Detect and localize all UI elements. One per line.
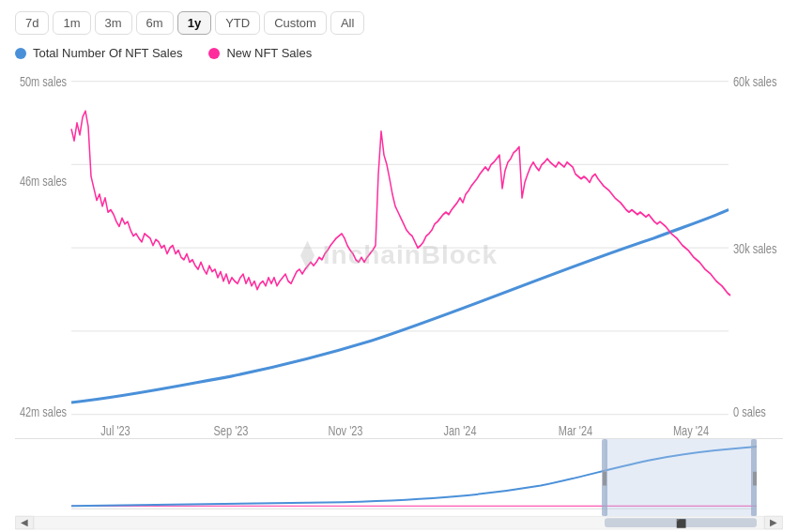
legend-new-sales: New NFT Sales: [208, 46, 312, 60]
legend-total-sales: Total Number Of NFT Sales: [15, 46, 182, 60]
btn-custom[interactable]: Custom: [264, 11, 327, 35]
chart-legend: Total Number Of NFT Sales New NFT Sales: [15, 46, 783, 60]
btn-ytd[interactable]: YTD: [215, 11, 260, 35]
legend-label-new: New NFT Sales: [226, 46, 312, 60]
svg-text:Mar '24: Mar '24: [559, 424, 592, 438]
btn-all[interactable]: All: [330, 11, 364, 35]
svg-rect-20: [605, 439, 757, 516]
btn-3m[interactable]: 3m: [95, 11, 132, 35]
svg-text:42m sales: 42m sales: [20, 405, 67, 420]
main-chart: ⧫ InchainBlock 50m sales 46m sales 42m s…: [15, 69, 783, 438]
svg-text:Jan '24: Jan '24: [443, 424, 476, 438]
svg-text:30k sales: 30k sales: [733, 242, 776, 257]
mini-chart: 2018 2020 2022 2024 ◀ ▶ ⬛: [15, 438, 783, 532]
svg-text:0 sales: 0 sales: [733, 405, 766, 420]
time-range-bar: 7d 1m 3m 6m 1y YTD Custom All: [15, 11, 783, 35]
svg-text:▶: ▶: [770, 517, 777, 527]
btn-1m[interactable]: 1m: [53, 11, 90, 35]
legend-dot-blue: [15, 48, 26, 59]
svg-text:60k sales: 60k sales: [733, 75, 776, 90]
btn-1y[interactable]: 1y: [177, 11, 211, 35]
mini-chart-svg: 2018 2020 2022 2024 ◀ ▶ ⬛: [15, 439, 783, 532]
btn-7d[interactable]: 7d: [15, 11, 49, 35]
svg-text:Sep '23: Sep '23: [214, 424, 249, 438]
svg-text:46m sales: 46m sales: [20, 175, 67, 190]
svg-text:Jul '23: Jul '23: [100, 424, 130, 438]
svg-rect-21: [602, 439, 607, 516]
legend-dot-pink: [208, 48, 220, 59]
svg-text:May '24: May '24: [673, 424, 709, 438]
svg-text:50m sales: 50m sales: [20, 75, 67, 90]
main-container: 7d 1m 3m 6m 1y YTD Custom All Total Numb…: [0, 0, 798, 532]
btn-6m[interactable]: 6m: [136, 11, 174, 35]
svg-text:⬛: ⬛: [676, 518, 687, 529]
legend-label-total: Total Number Of NFT Sales: [33, 46, 182, 60]
svg-text:Nov '23: Nov '23: [329, 424, 363, 438]
main-chart-svg: 50m sales 46m sales 42m sales 60k sales …: [15, 69, 783, 438]
svg-text:◀: ◀: [21, 517, 28, 527]
